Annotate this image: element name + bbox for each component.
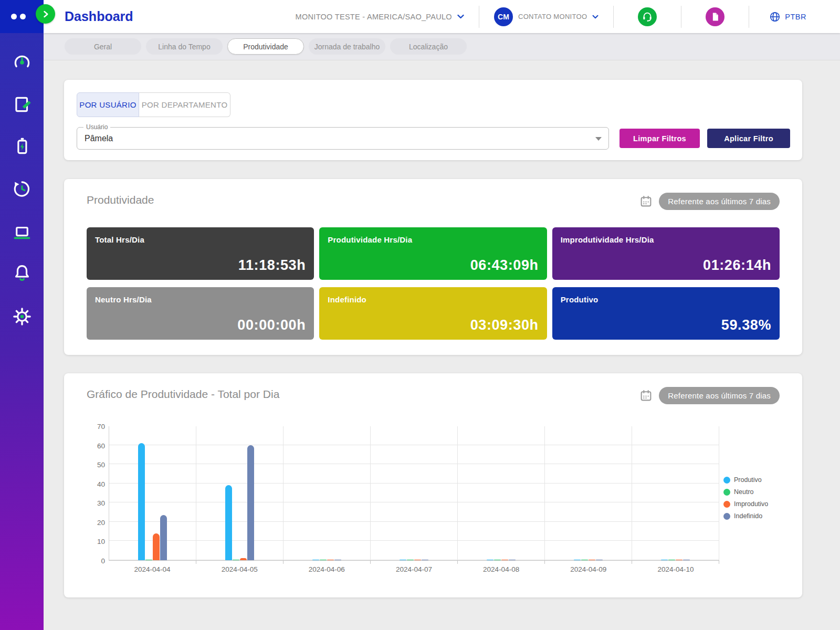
stat-tiles: Total Hrs/Dia 11:18:53h Produtividade Hr… [87, 227, 780, 340]
battery-energy-icon [12, 136, 32, 156]
user-menu[interactable]: CM CONTATO MONITOO [479, 7, 613, 26]
bar-produtivo [225, 485, 232, 560]
tab-localizacao[interactable]: Localização [390, 38, 467, 55]
dropdown-caret-icon[interactable] [595, 137, 602, 141]
bar-indefinido [596, 560, 603, 560]
filter-tab-por-usuario[interactable]: POR USUÁRIO [77, 92, 139, 117]
sidebar-item-settings[interactable] [0, 305, 44, 328]
bar-indefinido [160, 515, 167, 560]
tile-label: Produtivo [561, 295, 598, 304]
logo-dot-icon [11, 14, 17, 19]
tile-value: 03:09:30h [470, 317, 539, 333]
legend-label: Improdutivo [734, 500, 768, 508]
bell-icon [12, 263, 32, 283]
tab-linha-do-tempo[interactable]: Linha do Tempo [146, 38, 223, 55]
filter-tab-por-departamento[interactable]: POR DEPARTAMENTO [139, 92, 230, 117]
bar-produtivo [400, 560, 406, 560]
chevron-down-icon [592, 15, 598, 19]
bar-improdutivo [589, 560, 595, 560]
tenant-name: MONITOO TESTE - AMERICA/SAO_PAULO [296, 13, 452, 21]
y-axis-tick: 20 [80, 519, 105, 527]
sidebar-item-reports[interactable] [0, 93, 44, 116]
tile-total-hrs-dia: Total Hrs/Dia 11:18:53h [87, 227, 314, 280]
legend-label: Neutro [734, 488, 754, 496]
date-range-badge: Referente aos últimos 7 dias [659, 193, 780, 210]
globe-icon [769, 11, 781, 23]
sidebar-item-energy[interactable] [0, 135, 44, 158]
x-axis-label: 2024-04-10 [632, 565, 719, 573]
sidebar [0, 0, 44, 630]
topbar: Dashboard MONITOO TESTE - AMERICA/SAO_PA… [44, 0, 840, 33]
clear-filters-button[interactable]: Limpar Filtros [620, 129, 700, 148]
sidebar-item-history[interactable] [0, 177, 44, 201]
bar-produtivo [574, 560, 581, 560]
user-select-input[interactable]: Usuário Pâmela [77, 127, 609, 150]
bar-group-2024-04-06 [284, 426, 371, 560]
tile-value: 06:43:09h [470, 257, 539, 274]
bar-group-2024-04-08 [458, 426, 545, 560]
tile-label: Neutro Hrs/Dia [95, 295, 152, 304]
bar-neutro [407, 560, 414, 560]
tile-label: Total Hrs/Dia [95, 235, 144, 244]
filter-card: POR USUÁRIO POR DEPARTAMENTO Usuário Pâm… [64, 80, 802, 160]
divider [613, 6, 614, 28]
productivity-card: Produtividade Referente aos últimos 7 di… [64, 179, 802, 355]
y-axis-tick: 60 [80, 442, 105, 450]
productivity-title: Produtividade [87, 194, 154, 206]
y-axis-tick: 10 [80, 538, 105, 545]
sidebar-expand-button[interactable] [36, 4, 55, 24]
sidebar-item-notifications[interactable] [0, 261, 44, 285]
sidebar-item-dashboard[interactable] [0, 51, 44, 74]
bar-improdutivo [327, 560, 334, 560]
tab-geral[interactable]: Geral [65, 38, 141, 55]
legend-item-indefinido[interactable]: Indefinido [723, 512, 768, 520]
legend-dot-icon [723, 489, 730, 496]
chart-title: Gráfico de Produtividade - Total por Dia [87, 388, 279, 401]
bar-produtivo [312, 560, 319, 560]
user-name: CONTATO MONITOO [518, 13, 587, 20]
page-tabs: Geral Linha do Tempo Produtividade Jorna… [44, 33, 840, 60]
chart-card: Gráfico de Produtividade - Total por Dia… [64, 373, 802, 597]
sidebar-item-devices[interactable] [0, 221, 44, 244]
bar-group-2024-04-04 [109, 426, 196, 560]
language-selector[interactable]: PTBR [749, 11, 806, 23]
legend-item-improdutivo[interactable]: Improdutivo [723, 500, 768, 508]
bar-improdutivo [676, 560, 682, 560]
bar-improdutivo [240, 558, 247, 560]
tile-indefinido: Indefinido 03:09:30h [319, 287, 547, 340]
bar-indefinido [683, 560, 690, 560]
report-file-button[interactable] [706, 7, 724, 26]
tile-neutro-hrs-dia: Neutro Hrs/Dia 00:00:00h [87, 287, 314, 340]
tile-produtivo: Produtivo 59.38% [552, 287, 780, 340]
legend-label: Indefinido [734, 512, 762, 520]
x-axis-label: 2024-04-08 [458, 565, 545, 573]
bar-group-2024-04-07 [371, 426, 458, 560]
bar-group-2024-04-05 [196, 426, 284, 560]
bar-improdutivo [414, 560, 421, 560]
legend-item-produtivo[interactable]: Produtivo [723, 476, 768, 484]
calendar-icon[interactable] [639, 195, 653, 208]
bar-indefinido [247, 445, 254, 560]
calendar-icon[interactable] [639, 389, 653, 402]
date-range-badge: Referente aos últimos 7 dias [659, 387, 780, 404]
y-axis-tick: 30 [80, 499, 105, 507]
gear-icon [12, 307, 32, 327]
tab-jornada-de-trabalho[interactable]: Jornada de trabalho [309, 38, 385, 55]
filter-mode-tabs: POR USUÁRIO POR DEPARTAMENTO [77, 92, 230, 117]
history-icon [12, 179, 32, 199]
y-axis-tick: 50 [80, 461, 105, 469]
avatar: CM [494, 7, 513, 26]
apply-filter-button[interactable]: Aplicar Filtro [707, 129, 790, 148]
tab-produtividade[interactable]: Produtividade [227, 38, 304, 55]
legend-item-neutro[interactable]: Neutro [723, 488, 768, 496]
bar-group-2024-04-10 [632, 426, 719, 560]
tenant-selector[interactable]: MONITOO TESTE - AMERICA/SAO_PAULO [296, 13, 479, 21]
tile-value: 01:26:14h [703, 257, 771, 274]
bar-neutro [233, 560, 239, 560]
support-button[interactable] [638, 7, 657, 26]
bar-produtivo [661, 560, 668, 560]
bar-indefinido [509, 560, 516, 560]
y-axis-tick: 70 [80, 423, 105, 430]
chevron-down-icon [457, 14, 464, 19]
bar-neutro [581, 560, 588, 560]
